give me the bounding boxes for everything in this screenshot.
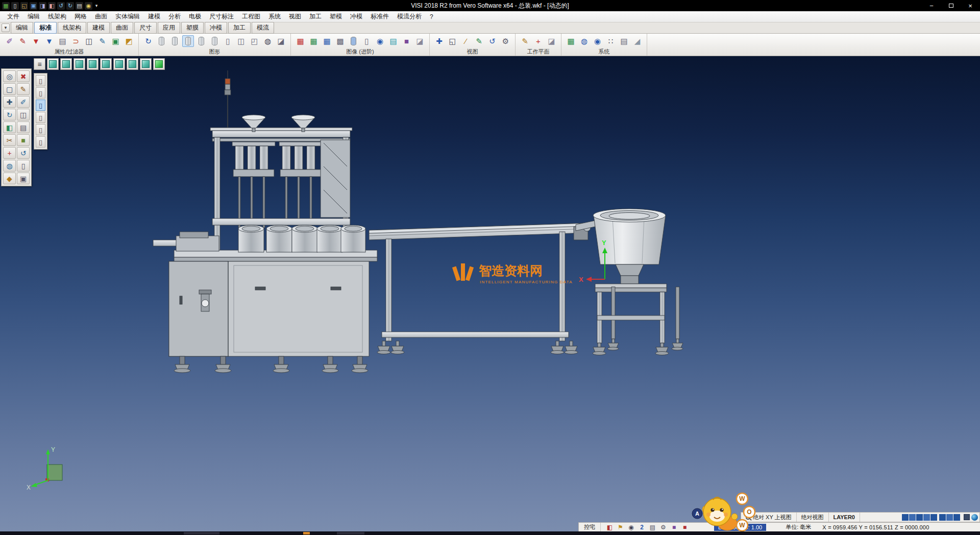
units-field[interactable]: 单位: 毫米: [786, 523, 811, 531]
shadow-view-icon[interactable]: ◪: [275, 35, 287, 47]
rendered-cylinder-icon[interactable]: [195, 35, 207, 47]
toolbar-options-arrow-icon[interactable]: ▾: [94, 2, 99, 10]
filter-blue-icon[interactable]: ▼: [43, 35, 55, 47]
info-icon[interactable]: ◉: [592, 35, 603, 47]
delete-icon[interactable]: ✖: [17, 70, 30, 82]
eyedropper-icon[interactable]: ✐: [4, 35, 15, 47]
view-menu-icon[interactable]: ≡: [34, 58, 45, 70]
refresh-view-icon[interactable]: ↻: [142, 35, 154, 47]
app-icon[interactable]: ▦: [2, 2, 10, 10]
annotate-view-icon[interactable]: ✎: [473, 35, 485, 47]
globe-status-icon[interactable]: [971, 514, 978, 521]
selection-color-bar-right[interactable]: [939, 514, 960, 521]
menu-item[interactable]: 塑模: [326, 11, 346, 22]
taskbar-window[interactable]: [337, 532, 364, 534]
paint-properties-icon[interactable]: ✎: [17, 35, 29, 47]
tab-item[interactable]: 塑膜: [181, 22, 204, 34]
move-icon[interactable]: ✚: [3, 96, 16, 108]
minimize-button[interactable]: −: [922, 0, 941, 11]
layer-box-icon[interactable]: ■: [681, 523, 689, 531]
color-bar-segment[interactable]: [946, 514, 953, 521]
axis-lock-icon[interactable]: +: [3, 147, 16, 159]
capture-blue-icon[interactable]: ▦: [321, 35, 333, 47]
absolute-view-field[interactable]: 绝对视图: [797, 513, 829, 522]
help-icon[interactable]: ◉: [85, 2, 92, 10]
tab-item[interactable]: 模流: [252, 22, 274, 34]
viewport[interactable]: Y X Y X 智造资料网: [0, 56, 980, 531]
taskbar-window[interactable]: [184, 532, 219, 534]
menu-item[interactable]: 尺寸标注: [205, 11, 238, 22]
viewport-layout-icon[interactable]: ▯: [36, 124, 45, 135]
view-front-icon[interactable]: [60, 58, 72, 70]
color-palette-icon[interactable]: ▦: [565, 35, 577, 47]
redo-icon[interactable]: ↻: [66, 2, 74, 10]
cube-render-icon[interactable]: ■: [401, 35, 412, 47]
trim-icon[interactable]: ✂: [3, 134, 16, 146]
table-icon[interactable]: ▤: [618, 35, 630, 47]
clipboard-icon[interactable]: ▣: [17, 173, 30, 184]
menu-item[interactable]: 分析: [164, 11, 185, 22]
tab-item[interactable]: 应用: [158, 22, 180, 34]
tab-item[interactable]: 加工: [228, 22, 251, 34]
view-axonometric-icon[interactable]: [140, 58, 152, 70]
workplane-indicator-icon[interactable]: ■: [670, 523, 678, 531]
undo-icon[interactable]: ↺: [57, 2, 65, 10]
save-icon[interactable]: ▣: [30, 2, 37, 10]
view-shaded-icon[interactable]: [153, 58, 165, 70]
menu-item[interactable]: 系统: [264, 11, 285, 22]
window-small-icon[interactable]: [964, 514, 970, 520]
color-bar-segment[interactable]: [930, 514, 937, 521]
view-top-icon[interactable]: [113, 58, 125, 70]
mirror-icon[interactable]: ◫: [17, 109, 30, 120]
filter-red-icon[interactable]: ▼: [30, 35, 42, 47]
menu-item[interactable]: 编辑: [23, 11, 44, 22]
color-bar-segment[interactable]: [909, 514, 916, 521]
menu-item[interactable]: 加工: [305, 11, 326, 22]
dynamic-section-icon[interactable]: ◫: [235, 35, 247, 47]
printer-icon[interactable]: ▤: [649, 523, 656, 531]
texture-icon[interactable]: ▤: [387, 35, 399, 47]
shaded-cylinder-icon[interactable]: [182, 35, 194, 47]
color-bar-segment[interactable]: [953, 514, 960, 521]
menu-item[interactable]: 工程图: [238, 11, 264, 22]
plane-render-icon[interactable]: ◪: [414, 35, 426, 47]
color-bar-segment[interactable]: [916, 514, 923, 521]
tab-item[interactable]: 线架构: [58, 22, 86, 34]
color-bar-segment[interactable]: [939, 514, 946, 521]
rotate-icon[interactable]: ↻: [3, 109, 16, 120]
tag-icon[interactable]: ◆: [3, 173, 16, 184]
pan-view-icon[interactable]: ✚: [433, 35, 445, 47]
hidden-line-cylinder-icon[interactable]: [169, 35, 181, 47]
match-properties-icon[interactable]: ▣: [110, 35, 121, 47]
menu-item[interactable]: 视图: [285, 11, 305, 22]
viewport-layout-icon[interactable]: ▯: [36, 87, 45, 99]
selection-filter-icon[interactable]: ◫: [83, 35, 95, 47]
view-left-icon[interactable]: [87, 58, 99, 70]
view-right-icon[interactable]: [100, 58, 112, 70]
material-cylinder-icon[interactable]: [348, 35, 359, 47]
select-box-icon[interactable]: ▢: [3, 83, 16, 95]
menu-item[interactable]: ?: [426, 12, 437, 22]
layer-field[interactable]: LAYER0: [829, 513, 860, 522]
sheet-view-icon[interactable]: ▯: [222, 35, 234, 47]
open-file-icon[interactable]: ◱: [20, 2, 28, 10]
tab-item[interactable]: 尺寸: [134, 22, 157, 34]
selection-color-bar-left[interactable]: [902, 514, 937, 521]
menu-item[interactable]: 网格: [70, 11, 91, 22]
snap-toggle[interactable]: 控宅: [579, 523, 601, 531]
view-orientation-field[interactable]: 绝对 XY 上视图: [741, 513, 797, 522]
capture-red-icon[interactable]: ▦: [295, 35, 306, 47]
menu-item[interactable]: 线架构: [44, 11, 70, 22]
import-icon[interactable]: ◨: [39, 2, 46, 10]
view-bottom-icon[interactable]: [127, 58, 138, 70]
tab-item[interactable]: 曲面: [111, 22, 133, 34]
tab-item[interactable]: 编辑: [11, 22, 33, 34]
menu-item[interactable]: 曲面: [91, 11, 111, 22]
color-bar-segment[interactable]: [902, 514, 909, 521]
workplane-plane-icon[interactable]: ◪: [546, 35, 557, 47]
camera-icon[interactable]: ◉: [627, 523, 635, 531]
tab-options-arrow-icon[interactable]: ▼: [2, 23, 10, 32]
workplane-origin-icon[interactable]: +: [532, 35, 544, 47]
zoom-window-icon[interactable]: ◱: [447, 35, 458, 47]
profile2-icon[interactable]: 2: [638, 523, 646, 531]
